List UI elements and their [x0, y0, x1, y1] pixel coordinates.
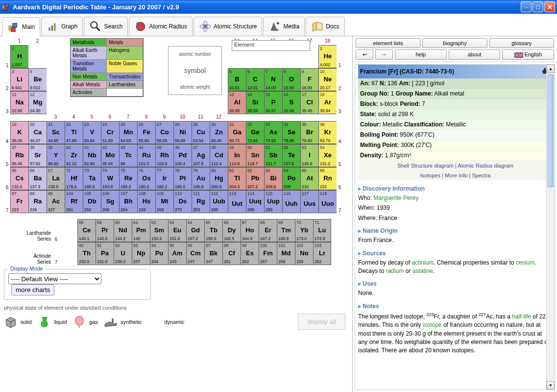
element-Po[interactable]: 84Po209 [282, 167, 300, 190]
element-Sg[interactable]: 106Sg266 [101, 190, 119, 213]
tab-graph[interactable]: Graph [41, 17, 83, 36]
element-Hs[interactable]: 108Hs269 [137, 190, 155, 213]
element-lists-button[interactable]: element lists [356, 38, 420, 48]
element-Uub[interactable]: 112Uub285 [210, 190, 228, 213]
element-Cf[interactable]: 98Cf251 [222, 242, 241, 265]
display-mode-select[interactable]: ---- Default View ---- [8, 273, 101, 284]
element-K[interactable]: 19K39.09 [10, 121, 28, 144]
element-V[interactable]: 23V50.94 [83, 121, 101, 144]
element-Mo[interactable]: 42Mo95.94 [101, 144, 119, 167]
element-Kr[interactable]: 36Kr83.79 [318, 121, 337, 144]
element-Cl[interactable]: 17Cl35.45 [300, 91, 318, 114]
element-Uut[interactable]: 113Uut [228, 190, 246, 213]
close-button[interactable]: ✕ [544, 1, 555, 12]
scrollbar[interactable]: ▲▼ [546, 65, 555, 390]
element-Mg[interactable]: 12Mg24.30 [28, 91, 47, 114]
element-Ac[interactable]: 89Ac227 [47, 190, 65, 213]
element-Am[interactable]: 95Am243 [168, 242, 186, 265]
element-Os[interactable]: 76Os190.2 [137, 167, 155, 190]
element-Pu[interactable]: 94Pu244 [150, 242, 168, 265]
element-Ca[interactable]: 20Ca40.07 [28, 121, 47, 144]
element-Hg[interactable]: 80Hg200.5 [210, 167, 228, 190]
element-B[interactable]: 5B10.81 [228, 68, 246, 91]
element-Br[interactable]: 35Br79.90 [300, 121, 318, 144]
element-Th[interactable]: 90Th232.0 [77, 242, 96, 265]
element-Yb[interactable]: 70Yb173.0 [295, 219, 313, 242]
element-Au[interactable]: 79Au196.9 [192, 167, 210, 190]
element-Rf[interactable]: 104Rf261 [65, 190, 83, 213]
element-Pr[interactable]: 59Pr140.9 [96, 219, 114, 242]
glossary-button[interactable]: glossary [489, 38, 554, 48]
element-S[interactable]: 16S32.06 [282, 91, 300, 114]
element-Tc[interactable]: 43Tc98 [119, 144, 137, 167]
element-Cr[interactable]: 24Cr51.99 [101, 121, 119, 144]
element-Eu[interactable]: 63Eu151.9 [168, 219, 186, 242]
tab-main[interactable]: Main [2, 17, 40, 36]
element-Co[interactable]: 27Co58.93 [155, 121, 173, 144]
element-Lr[interactable]: 103Lr262 [313, 242, 331, 265]
element-Uup[interactable]: 115Uup288 [264, 190, 282, 213]
element-In[interactable]: 49In114.8 [228, 144, 246, 167]
element-Pt[interactable]: 78Pt195.0 [173, 167, 192, 190]
element-As[interactable]: 33As74.92 [264, 121, 282, 144]
element-Uuh[interactable]: 116Uuh [282, 190, 300, 213]
element-Rb[interactable]: 37Rb85.46 [10, 144, 28, 167]
element-Pd[interactable]: 46Pd106.4 [173, 144, 192, 167]
element-Gd[interactable]: 64Gd157.2 [186, 219, 204, 242]
scroll-thumb[interactable] [548, 74, 554, 187]
element-Ne[interactable]: 10Ne20.17 [318, 68, 337, 91]
element-Tl[interactable]: 81Tl204.3 [228, 167, 246, 190]
element-Be[interactable]: 4Be9.012 [28, 68, 47, 91]
element-Ds[interactable]: 110Ds272 [173, 190, 192, 213]
element-Ga[interactable]: 31Ga69.72 [228, 121, 246, 144]
element-Sc[interactable]: 21Sc44.95 [47, 121, 65, 144]
element-Ag[interactable]: 47Ag107.8 [192, 144, 210, 167]
element-No[interactable]: 102No259 [295, 242, 313, 265]
element-Cu[interactable]: 29Cu63.54 [192, 121, 210, 144]
element-W[interactable]: 74W183.8 [101, 167, 119, 190]
element-Pm[interactable]: 61Pm145 [132, 219, 150, 242]
more-links[interactable]: Isotopes | More Info | Spectra [358, 171, 553, 180]
nav-button[interactable]: English [502, 49, 554, 60]
biography-button[interactable]: biography [422, 38, 487, 48]
element-At[interactable]: 85At210 [300, 167, 318, 190]
element-He[interactable]: 2He4.002 [318, 45, 337, 68]
element-Fm[interactable]: 100Fm257 [259, 242, 277, 265]
element-La[interactable]: 57La138.9 [47, 167, 65, 190]
element-Nb[interactable]: 41Nb92.90 [83, 144, 101, 167]
element-Sn[interactable]: 50Sn118.7 [246, 144, 264, 167]
nav-button[interactable]: → [375, 49, 393, 60]
element-Nd[interactable]: 60Nd144.2 [114, 219, 132, 242]
nav-button[interactable]: help [395, 49, 447, 60]
element-Ir[interactable]: 77Ir192.2 [155, 167, 173, 190]
maximize-button[interactable]: □ [533, 1, 543, 12]
element-Es[interactable]: 99Es252 [241, 242, 259, 265]
element-Np[interactable]: 93Np237 [132, 242, 150, 265]
element-Md[interactable]: 101Md258 [277, 242, 295, 265]
element-Er[interactable]: 68Er167.2 [259, 219, 277, 242]
element-Pa[interactable]: 91Pa231.0 [96, 242, 114, 265]
element-Al[interactable]: 13Al26.98 [228, 91, 246, 114]
element-Uuq[interactable]: 114Uuq289 [246, 190, 264, 213]
element-Ti[interactable]: 22Ti47.86 [65, 121, 83, 144]
element-Rg[interactable]: 111Rg283 [192, 190, 210, 213]
element-Db[interactable]: 105Db262 [83, 190, 101, 213]
element-P[interactable]: 15P30.97 [264, 91, 282, 114]
more-charts-button[interactable]: more charts [11, 284, 54, 295]
element-Ni[interactable]: 28Ni58.69 [173, 121, 192, 144]
element-Ba[interactable]: 56Ba137.3 [28, 167, 47, 190]
element-Ar[interactable]: 18Ar39.94 [318, 91, 337, 114]
element-search-field[interactable]: Element: [232, 40, 310, 51]
nav-button[interactable]: ↩ [356, 49, 373, 60]
element-Ce[interactable]: 58Ce140.1 [77, 219, 96, 242]
tab-search[interactable]: Search [84, 17, 128, 36]
element-Ru[interactable]: 44Ru101.0 [137, 144, 155, 167]
element-Ge[interactable]: 32Ge72.64 [246, 121, 264, 144]
element-Rh[interactable]: 45Rh102.9 [155, 144, 173, 167]
element-Zr[interactable]: 40Zr91.22 [65, 144, 83, 167]
tab-media[interactable]: Media [263, 17, 305, 36]
element-Sr[interactable]: 38Sr87.62 [28, 144, 47, 167]
scroll-up-button[interactable]: ▲ [547, 65, 555, 73]
element-Zn[interactable]: 30Zn65.40 [210, 121, 228, 144]
element-Te[interactable]: 52Te127.6 [282, 144, 300, 167]
